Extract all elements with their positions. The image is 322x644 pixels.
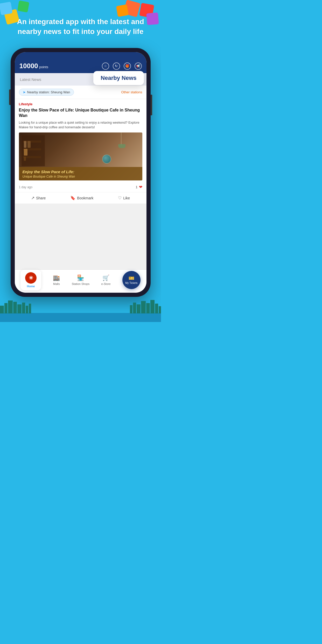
malls-nav-label: Malls — [53, 282, 60, 285]
buildings-left — [0, 299, 31, 313]
home-nav-label: Home — [27, 285, 35, 288]
svg-rect-2 — [17, 1, 29, 12]
bookmark-label: Bookmark — [77, 196, 93, 200]
svg-rect-14 — [29, 304, 31, 313]
status-bar — [15, 52, 146, 59]
svg-rect-18 — [141, 301, 146, 313]
water — [0, 313, 161, 322]
article-image: Enjoy the Slow Pace of Life: Unique Bout… — [19, 132, 142, 180]
cityscape — [0, 299, 161, 322]
megaphone-icon[interactable]: 📢 — [135, 62, 142, 70]
refresh-icon[interactable]: ↻ — [113, 62, 120, 70]
svg-rect-22 — [159, 306, 161, 313]
time-ago: 1 day ago — [19, 185, 33, 189]
gift-icon[interactable]: 🎁 — [124, 62, 131, 70]
heart-icon[interactable]: ❤ — [139, 185, 142, 190]
svg-rect-11 — [17, 304, 22, 313]
points-label: points — [39, 65, 48, 69]
article-title[interactable]: Enjoy the Slow Pace of Life: Unique Bout… — [19, 108, 142, 118]
nav-home[interactable]: ✳ Home — [20, 270, 41, 290]
likes-number: 1 — [136, 185, 137, 189]
like-label: Like — [123, 196, 130, 200]
image-title-main: Enjoy the Slow Pace of Life: — [23, 170, 139, 174]
station-shops-nav-label: Station Shops — [72, 282, 90, 285]
home-logo-icon: ✳ — [25, 272, 37, 284]
share-icon: ↗ — [31, 195, 34, 200]
article-container: Lifestyle Enjoy the Slow Pace of Life: U… — [15, 99, 146, 182]
nav-estore[interactable]: 🛒 e-Store — [101, 275, 110, 285]
svg-rect-17 — [137, 304, 141, 313]
my-tickets-label: My Tickets — [125, 282, 137, 284]
svg-rect-9 — [8, 300, 13, 313]
tickets-icon: 🎫 — [129, 275, 134, 281]
image-overlay: Enjoy the Slow Pace of Life: Unique Bout… — [19, 167, 142, 180]
svg-rect-1 — [0, 2, 13, 15]
cafe-shelf-decor — [22, 135, 45, 166]
estore-nav-label: e-Store — [101, 282, 110, 285]
svg-rect-13 — [26, 306, 28, 313]
location-icon: ➤ — [23, 90, 26, 94]
svg-rect-21 — [155, 304, 158, 313]
points-value: 10000 — [19, 62, 38, 70]
svg-rect-20 — [150, 300, 155, 313]
article-category: Lifestyle — [19, 102, 142, 106]
buildings-right — [130, 299, 161, 313]
star-icon[interactable]: ☆ — [102, 62, 109, 70]
station-bar: ➤ Nearby station: Sheung Wan Other stati… — [15, 86, 146, 99]
tab-latest-news[interactable]: Latest News — [20, 77, 41, 82]
svg-rect-12 — [22, 303, 25, 313]
nav-station-shops[interactable]: 🏪 Station Shops — [72, 275, 90, 285]
nearby-news-label: Nearby News — [101, 75, 136, 81]
likes-count: 1 ❤ — [136, 185, 142, 190]
tabs-container: Latest News Nearby News — [15, 73, 146, 86]
svg-rect-16 — [133, 303, 136, 313]
action-buttons: ↗ Share 🔖 Bookmark ♡ Like — [15, 192, 146, 204]
malls-icon: 🏬 — [53, 275, 60, 281]
svg-rect-19 — [146, 303, 150, 313]
hero-text: An integrated app with the latest and ne… — [0, 17, 161, 37]
svg-rect-8 — [4, 303, 8, 313]
bookmark-icon: 🔖 — [70, 195, 75, 200]
article-footer: 1 day ago 1 ❤ — [15, 182, 146, 192]
station-shops-icon: 🏪 — [77, 275, 84, 281]
svg-rect-10 — [13, 302, 17, 313]
bookmark-button[interactable]: 🔖 Bookmark — [70, 195, 93, 200]
estore-icon: 🛒 — [102, 275, 109, 281]
like-icon: ♡ — [118, 195, 122, 200]
globe-decor — [102, 155, 111, 164]
phone-screen: 10000 points ☆ ↻ 🎁 📢 Latest News Nearby … — [15, 52, 146, 293]
content-area: ➤ Nearby station: Sheung Wan Other stati… — [15, 86, 146, 204]
station-name: Nearby station: Sheung Wan — [27, 90, 70, 94]
image-title-sub: Unique Boutique Cafe in Sheung Wan — [23, 175, 139, 178]
svg-rect-7 — [0, 306, 4, 313]
phone-mockup: 10000 points ☆ ↻ 🎁 📢 Latest News Nearby … — [11, 48, 151, 297]
station-badge[interactable]: ➤ Nearby station: Sheung Wan — [19, 89, 74, 96]
svg-rect-6 — [116, 4, 129, 17]
share-label: Share — [36, 196, 46, 200]
phone-frame: 10000 points ☆ ↻ 🎁 📢 Latest News Nearby … — [11, 48, 151, 297]
header-icons-group: ☆ ↻ 🎁 📢 — [102, 62, 142, 70]
other-stations-link[interactable]: Other stations — [121, 90, 142, 94]
article-description: Looking for a unique place with a quiet … — [19, 120, 142, 130]
points-display: 10000 points — [19, 62, 48, 70]
like-button[interactable]: ♡ Like — [118, 195, 130, 200]
nav-malls[interactable]: 🏬 Malls — [53, 275, 60, 285]
bottom-nav: ✳ Home 🏬 Malls 🏪 Station Shops 🛒 e-Store — [15, 269, 146, 293]
svg-rect-15 — [130, 305, 132, 313]
share-button[interactable]: ↗ Share — [31, 195, 46, 200]
my-tickets-button[interactable]: 🎫 My Tickets — [122, 271, 141, 289]
nearby-news-popup[interactable]: Nearby News — [93, 71, 144, 85]
